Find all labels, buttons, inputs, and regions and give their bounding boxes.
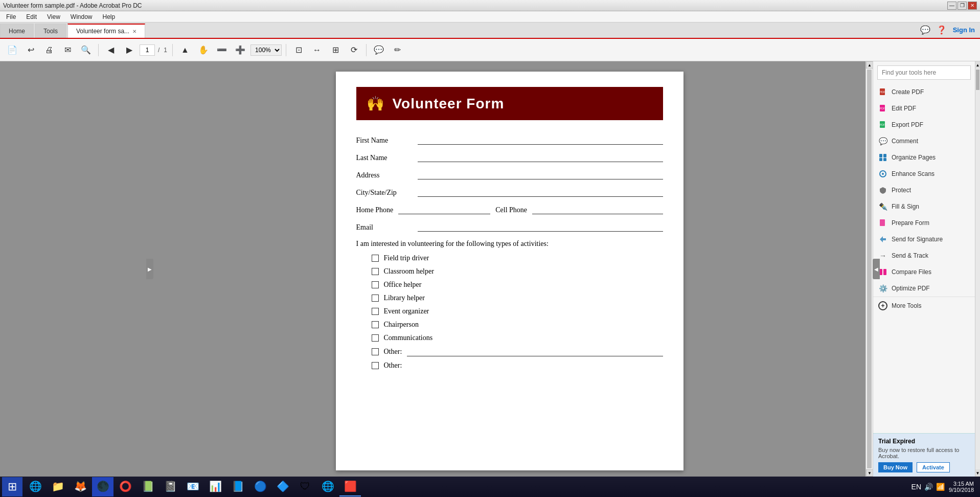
cb-classroom[interactable] [372,268,379,275]
taskbar-word[interactable]: 📘 [227,477,248,496]
close-button[interactable]: ✕ [968,2,977,10]
prev-page-button[interactable]: ◀ [103,42,119,58]
taskbar-volume-icon[interactable]: 🔊 [924,483,933,491]
tool-comment[interactable]: 💬 Comment [873,133,975,149]
tool-compare-files[interactable]: Compare Files [873,264,975,280]
zoom-in-button[interactable]: ➕ [232,42,248,58]
trial-expired-title: Trial Expired [878,438,970,445]
menu-edit[interactable]: Edit [22,12,41,21]
scroll-down-arrow[interactable]: ▼ [866,469,873,477]
cb-chairperson[interactable] [372,321,379,328]
right-scroll-down[interactable]: ▼ [975,469,980,477]
tab-document[interactable]: Volunteer form sa... ✕ [67,24,145,38]
cb-library-label: Library helper [384,294,425,302]
full-screen-button[interactable]: ⊞ [327,42,344,58]
tool-organize-pages[interactable]: Organize Pages [873,149,975,166]
next-page-button[interactable]: ▶ [121,42,138,58]
tab-tools[interactable]: Tools [35,24,66,38]
taskbar-app11[interactable]: 🔵 [249,477,271,496]
home-phone-line [398,205,490,214]
more-tools-item[interactable]: + More Tools [873,297,975,314]
pdf-scrollbar[interactable]: ▲ ▼ [865,61,873,477]
tool-prepare-form[interactable]: Prepare Form [873,215,975,231]
tool-fill-sign[interactable]: ✒️ Fill & Sign [873,198,975,215]
taskbar-lang-icon[interactable]: EN [911,483,921,491]
help-icon[interactable]: ❓ [937,25,947,35]
rotate-button[interactable]: ⟳ [346,42,362,58]
cb-other-2[interactable] [372,362,379,369]
taskbar-app5[interactable]: ⭕ [115,477,136,496]
undo-button[interactable]: ↩ [22,42,39,58]
right-panel-scrollbar[interactable]: ▲ ▼ [975,61,980,477]
tab-bar: Home Tools Volunteer form sa... ✕ 💬 ❓ Si… [0,22,980,39]
sign-in-button[interactable]: Sign In [953,26,975,34]
taskbar-app14[interactable]: 🌐 [317,477,338,496]
home-phone-label: Home Phone [356,206,394,214]
buy-now-button[interactable]: Buy Now [878,462,913,472]
chat-icon[interactable]: 💬 [920,25,930,35]
tools-search-input[interactable] [877,65,971,80]
cb-field-trip[interactable] [372,255,379,262]
tool-protect[interactable]: Protect [873,182,975,198]
page-number-input[interactable] [140,44,155,56]
taskbar-outlook[interactable]: 📧 [182,477,203,496]
right-panel-toggle[interactable]: ◀ [873,259,880,279]
fit-width-button[interactable]: ↔ [309,42,325,58]
svg-rect-6 [879,154,882,157]
menu-window[interactable]: Window [66,12,97,21]
cb-event[interactable] [372,308,379,315]
tool-optimize-pdf[interactable]: ⚙️ Optimize PDF [873,280,975,297]
right-scroll-thumb[interactable] [976,70,979,90]
left-panel-toggle[interactable]: ▶ [146,259,153,279]
scroll-thumb[interactable] [867,70,872,468]
cb-office-label: Office helper [384,281,422,289]
zoom-dropdown[interactable]: 100% 75% 125% 150% [250,44,282,56]
taskbar-onenote[interactable]: 📓 [159,477,181,496]
tool-send-signature[interactable]: Send for Signature [873,231,975,247]
right-scroll-up[interactable]: ▲ [975,61,980,69]
taskbar-firefox[interactable]: 🦊 [70,477,91,496]
send-signature-icon [878,235,887,244]
tool-edit-pdf[interactable]: PDF Edit PDF [873,100,975,117]
pen-tool[interactable]: ✏ [389,42,405,58]
taskbar-chrome[interactable]: 🌑 [92,477,113,496]
taskbar-ie[interactable]: 🌐 [25,477,46,496]
print-button[interactable]: 🖨 [41,42,57,58]
taskbar-app12[interactable]: 🔷 [272,477,293,496]
cb-communications[interactable] [372,334,379,342]
activate-button[interactable]: Activate [917,462,950,472]
tool-create-pdf[interactable]: PDF Create PDF [873,84,975,100]
scroll-up-arrow[interactable]: ▲ [866,61,873,69]
cb-other-1[interactable] [372,348,379,355]
checkbox-classroom: Classroom helper [356,267,663,276]
menu-file[interactable]: File [2,12,20,21]
tool-send-track[interactable]: → Send & Track [873,247,975,264]
email-button[interactable]: ✉ [59,42,76,58]
menu-help[interactable]: Help [99,12,120,21]
new-file-button[interactable]: 📄 [4,42,20,58]
tool-export-pdf[interactable]: PDF Export PDF [873,117,975,133]
minimize-button[interactable]: — [947,2,956,10]
taskbar-explorer[interactable]: 📁 [47,477,69,496]
maximize-button[interactable]: ❐ [958,2,967,10]
cursor-tool[interactable]: ▲ [177,42,193,58]
cb-library[interactable] [372,295,379,302]
taskbar-powerpoint[interactable]: 📊 [204,477,226,496]
comment-tool[interactable]: 💬 [371,42,387,58]
tab-home[interactable]: Home [0,24,34,38]
tool-enhance-scans[interactable]: Enhance Scans [873,166,975,182]
tab-close-document[interactable]: ✕ [132,29,136,34]
taskbar-clock[interactable]: 3:15 AM 9/10/2018 [949,481,974,493]
search-button[interactable]: 🔍 [78,42,94,58]
hand-tool[interactable]: ✋ [195,42,212,58]
taskbar-acrobat[interactable]: 🟥 [339,477,361,496]
taskbar-app13[interactable]: 🛡 [294,477,316,496]
pdf-viewer[interactable]: 🙌 Volunteer Form First Name Last Name Ad… [153,61,865,477]
start-button[interactable]: ⊞ [2,477,22,496]
menu-view[interactable]: View [43,12,64,21]
taskbar-excel[interactable]: 📗 [137,477,158,496]
zoom-out-button[interactable]: ➖ [214,42,230,58]
taskbar-network-icon[interactable]: 📶 [936,483,945,491]
cb-office[interactable] [372,281,379,288]
fit-page-button[interactable]: ⊡ [290,42,307,58]
